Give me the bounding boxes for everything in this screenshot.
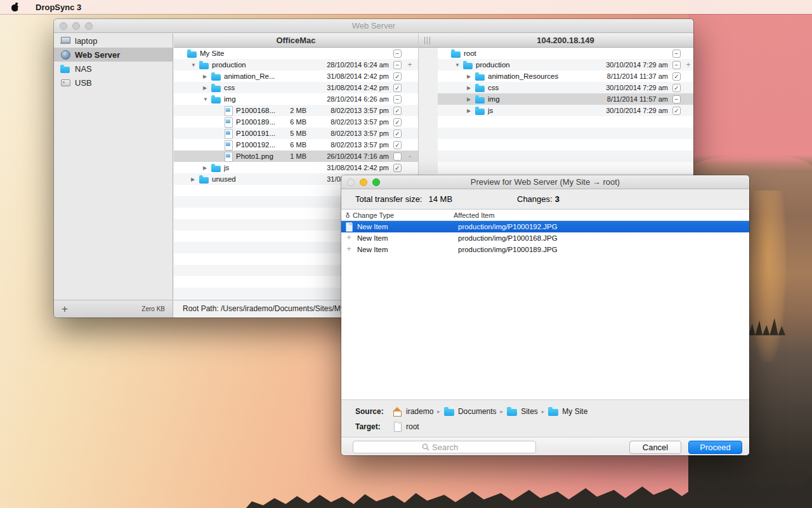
include-checkbox[interactable]: − <box>393 61 402 69</box>
sidebar-item[interactable]: Web Server <box>54 48 173 62</box>
tree-row[interactable]: Photo1.png 1 MB 26/10/2014 7:16 am - <box>174 150 418 162</box>
menu-app-name[interactable]: DropSync 3 <box>29 3 88 12</box>
disclosure-triangle[interactable]: ▶ <box>203 85 211 91</box>
minimize-button[interactable] <box>72 22 80 30</box>
breadcrumb-item[interactable]: root ▸ <box>392 422 419 431</box>
disclosure-triangle[interactable]: ▶ <box>467 108 475 114</box>
include-checkbox[interactable]: − <box>672 50 681 58</box>
minimize-button[interactable] <box>360 178 367 186</box>
include-checkbox[interactable] <box>393 152 402 161</box>
proceed-button[interactable]: Proceed <box>688 441 742 454</box>
zoom-button[interactable] <box>85 22 93 30</box>
disclosure-triangle[interactable]: ▶ <box>467 97 475 102</box>
item-name: animation_Resources <box>488 72 558 80</box>
sidebar-item[interactable]: USB <box>54 76 173 90</box>
disclosure-triangle[interactable]: ▼ <box>455 62 463 68</box>
column-change-type[interactable]: Change Type <box>353 211 454 219</box>
change-row[interactable]: + New Item production/img/P1000189.JPG <box>341 244 749 255</box>
include-checkbox[interactable]: − <box>393 50 402 58</box>
change-row[interactable]: New Item production/img/P1000192.JPG <box>341 221 749 232</box>
changes-table-header[interactable]: δ Change Type Affected Item <box>341 210 749 221</box>
tree-row[interactable]: ▼ production 28/10/2014 6:24 am − + <box>174 59 418 70</box>
remote-pane-header[interactable]: 104.200.18.149 <box>438 34 693 48</box>
tree-row[interactable]: ▶ img 8/11/2014 11:57 am − <box>438 93 693 105</box>
row-extra-control[interactable]: - <box>405 152 414 161</box>
cancel-button[interactable]: Cancel <box>629 441 681 454</box>
include-checkbox[interactable]: ✓ <box>393 107 402 115</box>
folder-icon <box>199 174 209 184</box>
disclosure-triangle[interactable]: ▶ <box>467 74 475 79</box>
affected-item: production/img/P1000168.JPG <box>458 234 749 242</box>
include-checkbox[interactable]: ✓ <box>393 118 402 126</box>
row-extra-control[interactable]: + <box>684 60 693 69</box>
folder-icon <box>211 163 221 173</box>
change-type: New Item <box>357 246 458 253</box>
tree-row[interactable]: ▶ css 30/10/2014 7:29 am ✓ <box>438 82 693 93</box>
include-checkbox[interactable]: ✓ <box>393 72 402 81</box>
sidebar-footer: + Zero KB <box>54 300 173 318</box>
search-input[interactable] <box>432 443 467 452</box>
window-title: Web Server <box>54 19 693 33</box>
disclosure-triangle[interactable]: ▼ <box>203 97 211 102</box>
tree-row[interactable]: ▶ js 31/08/2014 2:42 pm ✓ <box>174 162 418 173</box>
column-delta[interactable]: δ <box>341 211 353 219</box>
apple-menu-icon[interactable] <box>11 3 20 11</box>
zoom-button[interactable] <box>372 178 380 186</box>
disclosure-triangle[interactable]: ▶ <box>203 74 211 79</box>
sidebar-item[interactable]: NAS <box>54 62 173 76</box>
include-checkbox[interactable]: ✓ <box>393 130 402 138</box>
local-pane-header[interactable]: OfficeMac <box>174 34 418 48</box>
tree-row[interactable]: P1000192... 6 MB 8/02/2013 3:57 pm ✓ <box>174 139 418 150</box>
close-button[interactable] <box>347 178 355 186</box>
include-checkbox[interactable]: ✓ <box>672 84 681 92</box>
breadcrumb-item[interactable]: Sites ▸ <box>507 406 548 416</box>
dialog-titlebar[interactable]: Preview for Web Server (My Site → root) <box>341 175 749 189</box>
disclosure-triangle[interactable]: ▶ <box>191 177 199 182</box>
change-row[interactable]: + New Item production/img/P1000168.JPG <box>341 232 749 244</box>
main-window-titlebar[interactable]: Web Server <box>54 19 693 33</box>
item-size: 5 MB <box>268 130 306 137</box>
sidebar: laptop Web Server NAS USB + Zero KB <box>54 34 173 318</box>
tree-row[interactable]: ▶ js 30/10/2014 7:29 am ✓ <box>438 105 693 116</box>
tree-row[interactable]: P1000189... 6 MB 8/02/2013 3:57 pm ✓ <box>174 116 418 128</box>
close-button[interactable] <box>60 22 67 30</box>
add-folder-pair-button[interactable]: + <box>62 301 68 318</box>
item-name: img <box>488 95 500 103</box>
breadcrumb-item[interactable]: My Site ▸ <box>548 406 587 416</box>
changes-rows: New Item production/img/P1000192.JPG + N… <box>341 221 749 255</box>
tree-row[interactable]: ▶ animation_Resources 8/11/2014 11:37 am… <box>438 70 693 82</box>
item-name: My Site <box>200 50 224 57</box>
breadcrumb-item[interactable]: Documents ▸ <box>444 406 507 416</box>
include-checkbox[interactable]: ✓ <box>672 72 681 81</box>
folder-icon <box>475 94 485 104</box>
include-checkbox[interactable]: − <box>672 61 681 69</box>
breadcrumb-item[interactable]: irademo ▸ <box>392 406 444 416</box>
sidebar-item[interactable]: laptop <box>54 34 173 48</box>
tree-row[interactable]: ▼ production 30/10/2014 7:29 am − + <box>438 59 693 70</box>
item-date: 30/10/2014 7:29 am <box>589 107 668 114</box>
tree-row[interactable]: ▶ animation_Re... 31/08/2014 2:42 pm ✓ <box>174 70 418 82</box>
include-checkbox[interactable]: − <box>393 95 402 104</box>
tree-row[interactable]: My Site − <box>174 48 418 59</box>
folder-icon <box>507 406 518 416</box>
tree-row[interactable]: ▼ img 28/10/2014 6:26 am − <box>174 93 418 105</box>
include-checkbox[interactable]: ✓ <box>672 107 681 115</box>
tree-row[interactable]: ▶ css 31/08/2014 2:42 pm ✓ <box>174 82 418 93</box>
include-checkbox[interactable]: ✓ <box>393 164 402 172</box>
column-affected-item[interactable]: Affected Item <box>454 211 749 219</box>
tree-row[interactable]: P1000168... 2 MB 8/02/2013 3:57 pm ✓ <box>174 105 418 116</box>
include-checkbox[interactable]: ✓ <box>393 84 402 92</box>
tree-row[interactable]: P1000191... 5 MB 8/02/2013 3:57 pm ✓ <box>174 128 418 139</box>
item-size: 6 MB <box>268 141 306 149</box>
disclosure-triangle[interactable]: ▶ <box>203 165 211 171</box>
search-field[interactable] <box>353 441 536 453</box>
item-date: 8/02/2013 3:57 pm <box>310 118 389 126</box>
include-checkbox[interactable]: ✓ <box>393 141 402 149</box>
disclosure-triangle[interactable]: ▶ <box>467 85 475 91</box>
search-icon <box>422 443 429 451</box>
row-extra-control[interactable]: + <box>405 60 414 69</box>
include-checkbox[interactable]: − <box>672 95 681 104</box>
disclosure-triangle[interactable]: ▼ <box>191 62 199 68</box>
source-target-panel: Source: irademo ▸ Documents ▸ Sites ▸ My… <box>341 399 749 437</box>
tree-row[interactable]: root − <box>438 48 693 59</box>
